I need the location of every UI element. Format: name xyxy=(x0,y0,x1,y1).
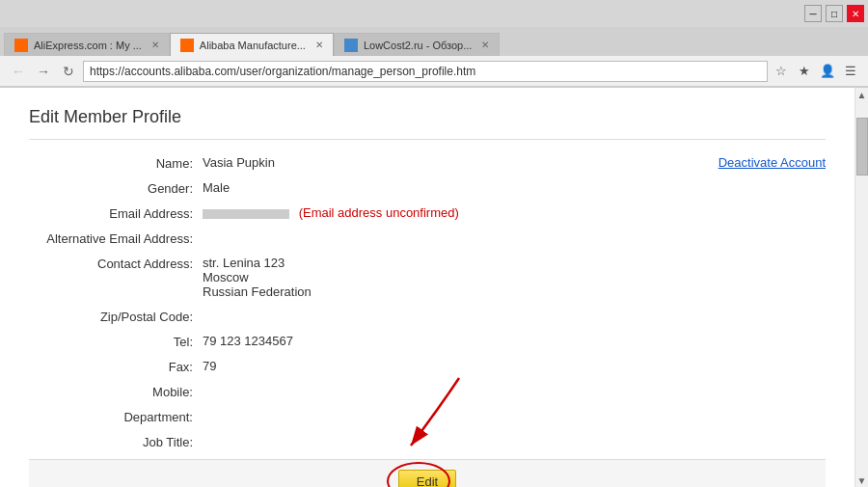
profile-right: Deactivate Account xyxy=(699,155,826,459)
field-row-mobile: Mobile: xyxy=(29,384,699,399)
label-department: Department: xyxy=(29,409,203,424)
page-wrapper: Edit Member Profile Name: Vasia Pupkin G… xyxy=(0,88,868,487)
edit-button-container: Edit xyxy=(398,470,456,487)
field-row-tel: Tel: 79 123 1234567 xyxy=(29,334,699,349)
bookmark-icon[interactable]: ☆ xyxy=(772,62,791,81)
email-unconfirmed: (Email address unconfirmed) xyxy=(299,205,459,220)
value-gender: Male xyxy=(203,180,699,195)
window-controls: ─ □ ✕ xyxy=(804,5,864,22)
tab-favicon-lowcost xyxy=(344,39,358,52)
value-email: (Email address unconfirmed) xyxy=(203,205,699,220)
tab-alibaba-label: Alibaba Manufacture... xyxy=(200,40,306,51)
tab-aliexpress[interactable]: AliExpress.com : My ... ✕ xyxy=(4,33,170,56)
tab-close-ali[interactable]: ✕ xyxy=(151,40,159,50)
value-contact: str. Lenina 123MoscowRussian Federation xyxy=(203,256,699,299)
scrollbar[interactable]: ▲ ▼ xyxy=(854,88,868,487)
user-icon[interactable]: 👤 xyxy=(818,62,837,81)
bottom-bar: Edit xyxy=(29,459,826,487)
nav-bar: ← → ↻ ☆ ★ 👤 ☰ xyxy=(0,56,868,87)
browser-chrome: ─ □ ✕ AliExpress.com : My ... ✕ Alibaba … xyxy=(0,0,868,88)
tab-aliexpress-label: AliExpress.com : My ... xyxy=(34,40,142,51)
back-button[interactable]: ← xyxy=(8,61,29,82)
page-title: Edit Member Profile xyxy=(29,107,826,127)
label-gender: Gender: xyxy=(29,180,203,196)
field-row-fax: Fax: 79 xyxy=(29,359,699,374)
field-row-zip: Zip/Postal Code: xyxy=(29,309,699,324)
label-contact: Contact Address: xyxy=(29,256,203,271)
settings-icon[interactable]: ☰ xyxy=(841,62,860,81)
label-alt-email: Alternative Email Address: xyxy=(29,230,203,246)
label-fax: Fax: xyxy=(29,359,203,374)
field-row-department: Department: xyxy=(29,409,699,424)
tab-alibaba[interactable]: Alibaba Manufacture... ✕ xyxy=(170,33,334,56)
label-tel: Tel: xyxy=(29,334,203,349)
field-row-jobtitle: Job Title: xyxy=(29,434,699,449)
label-mobile: Mobile: xyxy=(29,384,203,399)
maximize-button[interactable]: □ xyxy=(826,5,843,22)
tab-lowcost[interactable]: LowCost2.ru - Обзор... ✕ xyxy=(334,33,500,56)
field-row-name: Name: Vasia Pupkin xyxy=(29,155,699,171)
scroll-down-arrow[interactable]: ▼ xyxy=(855,473,868,487)
deactivate-account-link[interactable]: Deactivate Account xyxy=(719,154,826,170)
tab-lowcost-label: LowCost2.ru - Обзор... xyxy=(364,40,472,51)
tab-favicon-ali xyxy=(14,39,28,52)
star-icon[interactable]: ★ xyxy=(795,62,814,81)
profile-fields: Name: Vasia Pupkin Gender: Male Email Ad… xyxy=(29,155,699,459)
value-fax: 79 xyxy=(203,359,699,373)
label-jobtitle: Job Title: xyxy=(29,434,203,449)
tab-close-alibaba[interactable]: ✕ xyxy=(315,40,323,50)
edit-button[interactable]: Edit xyxy=(398,470,456,487)
value-tel: 79 123 1234567 xyxy=(203,334,699,348)
title-bar: ─ □ ✕ xyxy=(0,0,868,27)
forward-button[interactable]: → xyxy=(33,61,54,82)
scrollbar-thumb[interactable] xyxy=(856,118,868,176)
refresh-button[interactable]: ↻ xyxy=(58,61,79,82)
page-content: Edit Member Profile Name: Vasia Pupkin G… xyxy=(0,88,854,487)
field-row-alt-email: Alternative Email Address: xyxy=(29,230,699,246)
address-bar[interactable] xyxy=(83,61,768,82)
value-name: Vasia Pupkin xyxy=(203,155,699,170)
nav-right: ☆ ★ 👤 ☰ xyxy=(772,62,860,81)
tab-favicon-alibaba xyxy=(180,39,194,52)
field-row-gender: Gender: Male xyxy=(29,180,699,196)
profile-layout: Name: Vasia Pupkin Gender: Male Email Ad… xyxy=(29,155,826,459)
label-name: Name: xyxy=(29,155,203,171)
label-zip: Zip/Postal Code: xyxy=(29,309,203,324)
tab-bar: AliExpress.com : My ... ✕ Alibaba Manufa… xyxy=(0,27,868,56)
label-email: Email Address: xyxy=(29,205,203,221)
field-row-email: Email Address: (Email address unconfirme… xyxy=(29,205,699,221)
close-button[interactable]: ✕ xyxy=(847,5,864,22)
minimize-button[interactable]: ─ xyxy=(804,5,822,22)
tab-close-lowcost[interactable]: ✕ xyxy=(481,40,489,50)
divider xyxy=(29,139,826,140)
scroll-up-arrow[interactable]: ▲ xyxy=(855,88,868,102)
field-row-contact: Contact Address: str. Lenina 123MoscowRu… xyxy=(29,256,699,299)
email-redacted xyxy=(203,209,289,219)
